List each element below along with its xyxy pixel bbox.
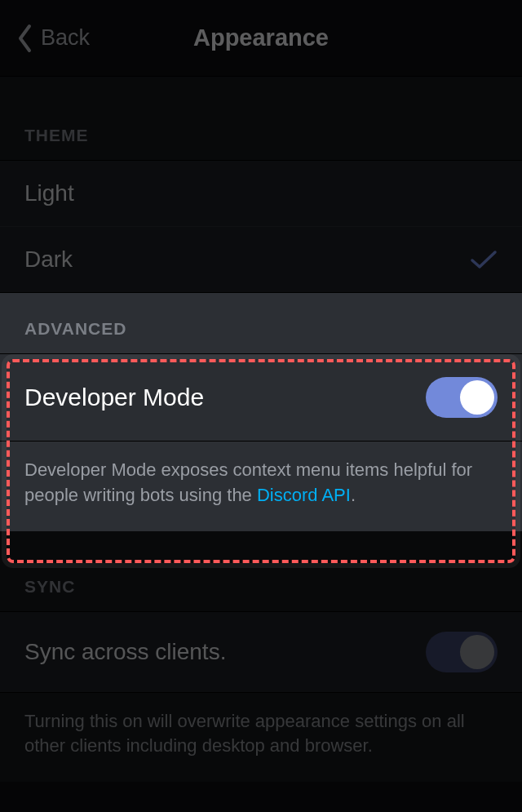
header-bar: Back Appearance: [0, 0, 522, 77]
toggle-knob: [460, 380, 494, 415]
checkmark-icon: [470, 249, 498, 270]
theme-option-light[interactable]: Light: [0, 160, 522, 227]
option-label: Light: [24, 180, 74, 206]
sync-clients-row[interactable]: Sync across clients.: [0, 611, 522, 693]
section-header-advanced: ADVANCED: [0, 293, 522, 353]
description-text-suffix: .: [351, 485, 356, 505]
developer-mode-row[interactable]: Developer Mode: [0, 353, 522, 441]
chevron-left-icon: [16, 24, 33, 53]
back-label: Back: [41, 25, 90, 51]
section-header-theme: THEME: [0, 77, 522, 160]
description-text-prefix: Developer Mode exposes context menu item…: [24, 459, 472, 505]
option-label: Developer Mode: [24, 384, 204, 411]
option-label: Dark: [24, 246, 73, 273]
option-label: Sync across clients.: [24, 639, 226, 665]
sync-clients-toggle[interactable]: [426, 632, 498, 672]
developer-mode-toggle[interactable]: [426, 377, 498, 418]
back-button[interactable]: Back: [16, 24, 90, 53]
sync-description: Turning this on will overwrite appearanc…: [0, 693, 522, 783]
section-header-sync: SYNC: [0, 531, 522, 611]
highlighted-section: ADVANCED Developer Mode Developer Mode e…: [0, 293, 522, 531]
theme-option-dark[interactable]: Dark: [0, 227, 522, 293]
discord-api-link[interactable]: Discord API: [257, 485, 351, 505]
developer-mode-description: Developer Mode exposes context menu item…: [0, 441, 522, 531]
toggle-knob: [460, 635, 494, 669]
